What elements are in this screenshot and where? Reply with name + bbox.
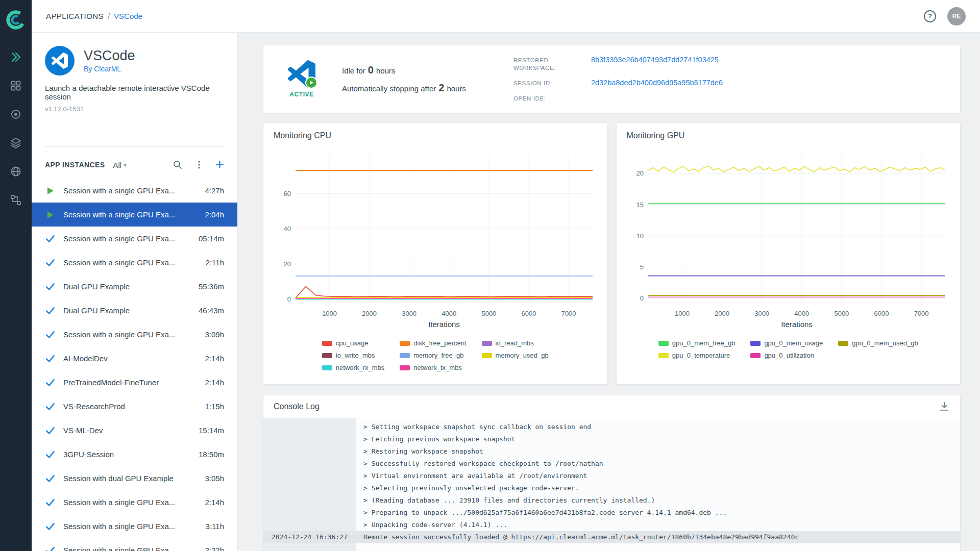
sidebar-nav-datasets[interactable]	[0, 129, 32, 157]
list-item-instance[interactable]: Session with a single GPU Exa...05:14m	[32, 227, 237, 251]
top-bar: APPLICATIONS / VSCode ? RE	[32, 0, 980, 33]
svg-text:15: 15	[636, 201, 644, 209]
list-item-instance[interactable]: 3GPU-Session18:50m	[32, 442, 237, 466]
legend-label: gpu_0_mem_usage	[764, 339, 823, 347]
legend-item-io_write_mbs[interactable]: io_write_mbs	[322, 352, 384, 359]
legend-item-memory_free_gb[interactable]: memory_free_gb	[400, 352, 466, 359]
legend-swatch-icon	[658, 341, 669, 346]
instance-time: 2:14h	[205, 354, 224, 363]
svg-text:2000: 2000	[715, 310, 729, 317]
legend-item-gpu_0_utilization[interactable]: gpu_0_utilization	[750, 352, 823, 359]
list-item-instance[interactable]: Session with a single GPU Exa...2:04h	[32, 203, 237, 227]
clearml-logo[interactable]	[4, 8, 28, 32]
app-byline-link[interactable]: By ClearML	[84, 65, 135, 73]
sidebar-nav-applications[interactable]	[0, 43, 32, 71]
list-item-instance[interactable]: Session with a single GPU Exa...2:14h	[32, 490, 237, 514]
legend-label: network_tx_mbs	[413, 364, 462, 371]
list-item-instance[interactable]: Session with a single GPU Exa...4:27h	[32, 179, 237, 203]
cpu-chart-plot[interactable]: 10002000300040005000600070000204060Itera…	[271, 145, 600, 333]
legend-item-gpu_0_mem_usage[interactable]: gpu_0_mem_usage	[750, 339, 823, 347]
svg-text:2000: 2000	[362, 310, 377, 317]
instance-name: 3GPU-Session	[63, 450, 190, 459]
completed-check-icon	[45, 497, 55, 508]
legend-item-network_tx_mbs[interactable]: network_tx_mbs	[400, 364, 466, 371]
legend-item-network_rx_mbs[interactable]: network_rx_mbs	[322, 364, 384, 371]
add-instance-button[interactable]: +	[215, 159, 224, 170]
side-navigation	[0, 0, 32, 551]
legend-item-gpu_0_temperature[interactable]: gpu_0_temperature	[658, 352, 736, 359]
field-value-link[interactable]: 2d32ba8ded2b400d96d95a95b5177de6	[591, 79, 723, 87]
sidebar-nav-workers[interactable]	[0, 100, 32, 129]
field-label: OPEN IDE:	[513, 94, 584, 103]
legend-item-io_read_mbs[interactable]: io_read_mbs	[482, 339, 549, 347]
gpu-chart-plot[interactable]: 100020003000400050006000700005101520Iter…	[624, 145, 952, 333]
charts-row: Monitoring CPU 1000200030004000500060007…	[263, 122, 961, 385]
avatar[interactable]: RE	[947, 7, 966, 26]
list-item-instance[interactable]: VS-ResearchProd1:15h	[32, 394, 237, 418]
completed-check-icon	[45, 449, 55, 460]
search-icon[interactable]	[172, 159, 183, 170]
page-root: APPLICATIONS / VSCode ? RE VSCode By Cle…	[0, 0, 980, 551]
help-glyph: ?	[928, 12, 932, 20]
instance-name: Dual GPU Example	[63, 282, 190, 291]
legend-item-memory_used_gb[interactable]: memory_used_gb	[482, 352, 549, 359]
autostop-hours-value: 2	[438, 82, 444, 93]
list-item-instance[interactable]: Session with a single GPU Exa...2:22h	[32, 538, 237, 551]
instance-time: 05:14m	[199, 234, 224, 243]
list-item-instance[interactable]: Session with dual GPU Example3:05h	[32, 466, 237, 490]
help-icon[interactable]: ?	[924, 10, 936, 22]
instance-time: 55:36m	[199, 282, 224, 291]
svg-text:1000: 1000	[675, 310, 690, 317]
sidebar-nav-pipelines[interactable]	[0, 186, 32, 214]
list-item-instance[interactable]: VS-ML-Dev15:14m	[32, 418, 237, 442]
sidebar-nav-projects[interactable]	[0, 71, 32, 100]
svg-text:5000: 5000	[481, 310, 496, 317]
list-item-instance[interactable]: Session with a single GPU Exa...3:11h	[32, 514, 237, 538]
svg-text:0: 0	[640, 294, 644, 302]
instance-time: 1:15h	[205, 402, 224, 411]
completed-check-icon	[45, 521, 55, 532]
download-log-icon[interactable]	[939, 401, 950, 412]
filter-value: All	[113, 161, 121, 169]
console-log-card: Console Log > Setting workspace snapshot…	[263, 395, 961, 551]
list-item-instance[interactable]: PreTrainedModel-FineTuner2:14h	[32, 370, 237, 394]
instance-time: 3:09h	[205, 330, 224, 339]
legend-label: memory_used_gb	[496, 352, 549, 359]
legend-swatch-icon	[400, 365, 410, 370]
list-item-instance[interactable]: Dual GPU Example55:36m	[32, 274, 237, 298]
svg-text:Iterations: Iterations	[428, 320, 460, 329]
running-play-icon	[45, 210, 55, 220]
completed-check-icon	[45, 545, 55, 551]
instance-name: Session with a single GPU Exa...	[63, 210, 197, 219]
log-timestamp: 2024-12-24 16:36:27	[263, 531, 356, 543]
completed-check-icon	[45, 378, 55, 388]
legend-item-gpu_0_mem_free_gb[interactable]: gpu_0_mem_free_gb	[658, 339, 736, 347]
log-line: > Preparing to unpack .../500d625af75a6f…	[263, 507, 960, 519]
list-item-instance[interactable]: Session with a single GPU Exa...3:09h	[32, 322, 237, 346]
console-log-body[interactable]: > Setting workspace snapshot sync callba…	[263, 418, 960, 551]
breadcrumb-current[interactable]: VSCode	[114, 12, 142, 20]
list-item-instance[interactable]: Session with a single GPU Exa...2:11h	[32, 251, 237, 274]
legend-label: cpu_usage	[336, 339, 369, 347]
log-line: > Restoring workspace snapshot	[263, 445, 960, 458]
svg-text:20: 20	[636, 169, 644, 177]
log-line: > Successfully restored workspace checkp…	[263, 458, 960, 470]
completed-check-icon	[45, 473, 55, 484]
sidebar-nav-reports[interactable]	[0, 157, 32, 186]
session-fields: RESTORED WORKSPACE:8b3f3393e26b407493d7d…	[513, 56, 723, 103]
legend-swatch-icon	[400, 353, 410, 358]
kebab-menu-icon[interactable]	[193, 159, 205, 170]
legend-item-disk_free_percent[interactable]: disk_free_percent	[400, 339, 466, 347]
svg-text:7000: 7000	[561, 310, 576, 317]
list-item-instance[interactable]: AI-ModelDev2:14h	[32, 346, 237, 370]
legend-label: io_read_mbs	[496, 339, 534, 347]
field-value-link[interactable]: 8b3f3393e26b407493d7dd2741f03425	[591, 56, 723, 64]
list-item-instance[interactable]: Dual GPU Example46:43m	[32, 298, 237, 322]
legend-item-gpu_0_mem_used_gb[interactable]: gpu_0_mem_used_gb	[838, 339, 918, 347]
breadcrumb-applications[interactable]: APPLICATIONS	[46, 12, 104, 20]
instances-filter-dropdown[interactable]: All ▾	[113, 161, 126, 169]
instance-name: Session with dual GPU Example	[63, 474, 197, 483]
field-label: RESTORED WORKSPACE:	[513, 56, 584, 72]
legend-item-cpu_usage[interactable]: cpu_usage	[322, 339, 384, 347]
legend-label: disk_free_percent	[413, 339, 466, 347]
